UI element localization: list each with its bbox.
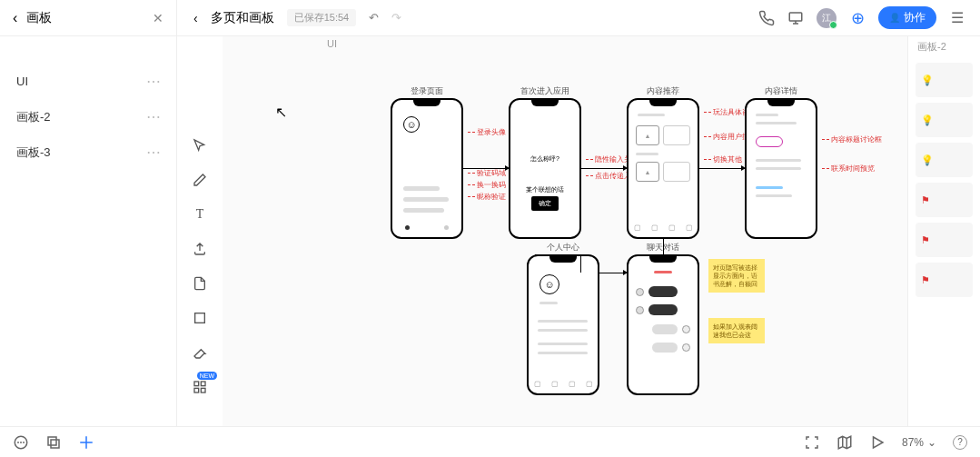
chevron-down-icon: ⌄ [927,436,936,449]
line-placeholder [539,302,558,304]
bubble [652,343,678,353]
flow-arrow [581,168,627,169]
line-placeholder [538,329,588,332]
prompt-text: 某个联想的话 [526,185,564,194]
image-placeholder: ▲ [636,125,659,145]
menu-icon[interactable]: ☰ [949,10,965,26]
flow-arrow [663,239,664,254]
select-tool[interactable] [191,136,209,154]
line-placeholder [538,352,588,354]
phone-mockup-recommend[interactable]: 内容推荐 ▲ ▲ ▢▢▢▢ [627,98,699,239]
line-placeholder [756,122,797,124]
avatar-dot [636,306,644,314]
svg-rect-0 [789,13,802,21]
panel-row[interactable]: 💡 [916,143,973,177]
phone-mockup-chat[interactable]: 聊天对话 [627,254,699,395]
phone-mockup-profile[interactable]: 个人中心 ☺ ▢▢▢▢ [527,254,599,395]
avatar-dot [682,343,690,352]
line-placeholder [756,114,778,116]
line-placeholder [756,194,792,197]
bottombar: 87%⌄ ? [0,426,980,457]
back-panel-icon[interactable]: ‹ [13,10,17,26]
play-icon[interactable] [869,434,886,451]
annotation: 验证码域 [468,168,506,178]
phone-title: 内容推荐 [647,85,679,97]
avatar-dot [636,288,644,296]
sidebar-item-ui[interactable]: UI⋯ [13,64,163,99]
sidebar-item-label: 画板-2 [16,109,51,125]
dot-placeholder [444,225,449,230]
help-icon[interactable]: ? [953,435,967,450]
flag-icon: ⚑ [921,274,930,286]
zoom-level[interactable]: 87%⌄ [902,436,936,449]
line-placeholder [756,186,783,189]
line-placeholder [538,320,588,323]
bubble [652,324,678,334]
svg-marker-9 [873,437,883,448]
phone-mockup-login[interactable]: 登录页面 ☺ [391,98,463,239]
layers-icon[interactable] [45,434,62,451]
text-placeholder [663,162,690,182]
flow-arrow [699,168,745,169]
bulb-icon: 💡 [921,154,934,166]
eraser-tool[interactable] [191,343,209,362]
avatar[interactable]: 江 [817,8,836,28]
svg-rect-2 [194,382,199,386]
dot-placeholder [405,225,410,230]
panel-row[interactable]: 💡 [916,63,973,97]
upload-tool[interactable] [191,240,209,258]
call-icon[interactable] [758,10,775,26]
phone-mockup-detail[interactable]: 内容详情 [745,98,817,239]
sticky-note[interactable]: 对页隐写被选择显示方面向，语书意解，自额回 [708,259,765,293]
map-icon[interactable] [836,434,853,451]
comment-icon[interactable] [13,434,29,451]
line-placeholder [756,159,801,162]
pen-tool[interactable] [191,171,209,189]
undo-button[interactable]: ↶ [369,11,379,25]
flag-icon: ⚑ [921,234,930,246]
phone-mockup-first[interactable]: 首次进入应用 怎么称呼? 某个联想的话 确定 [509,98,581,239]
components-tool[interactable]: NEW [191,378,209,396]
tabbar: ▢▢▢▢ [529,380,598,388]
more-avatars-icon[interactable]: ⊕ [849,10,866,26]
svg-rect-4 [194,388,199,392]
panel-row[interactable]: ⚑ [916,223,973,257]
panel-row[interactable]: ⚑ [916,263,973,297]
line-placeholder [403,208,444,213]
panel-title: 画板 [26,10,52,26]
annotation: 登录头像 [468,127,506,137]
doc-back-icon[interactable]: ‹ [193,11,198,25]
sticky-note[interactable]: 如果加入观表阔速我也已会这 [708,318,765,343]
collab-button[interactable]: 👤协作 [878,6,936,29]
bubble [648,286,678,297]
panel-row[interactable]: 💡 [916,103,973,137]
page-tool[interactable] [191,274,209,293]
rect-tool[interactable] [191,309,209,327]
more-icon[interactable]: ⋯ [146,144,160,161]
sidebar-item-artboard3[interactable]: 画板-3⋯ [13,134,163,170]
sidebar-item-label: UI [16,75,28,88]
text-tool[interactable]: T [191,205,209,224]
more-icon[interactable]: ⋯ [146,108,160,125]
sidebar-item-artboard2[interactable]: 画板-2⋯ [13,99,163,134]
text-placeholder [663,125,690,145]
close-panel-icon[interactable]: ✕ [153,11,163,25]
bulb-icon: 💡 [921,75,934,86]
annotation: 内容标题讨论框 [822,134,882,144]
fit-icon[interactable] [804,434,820,451]
bulb-icon: 💡 [921,114,934,126]
present-icon[interactable] [787,10,804,26]
bubble [648,304,678,315]
canvas-frame-label: UI [327,38,337,49]
avatar-placeholder: ☺ [403,116,420,133]
redo-button[interactable]: ↷ [391,11,401,25]
prompt-text: 怎么称呼? [530,154,559,164]
flow-line [535,254,580,255]
phone-title: 登录页面 [411,85,443,97]
canvas[interactable]: ↖ UI 登录页面 ☺ 登录头像 验证码域 换一换码 昵称验证 首次进入应用 怎… [223,36,980,426]
panel-row[interactable]: ⚑ [916,183,973,217]
more-icon[interactable]: ⋯ [146,73,160,90]
flow-arrow [599,273,627,273]
cursor-icon: ↖ [275,104,287,121]
grid-icon[interactable] [78,434,94,451]
